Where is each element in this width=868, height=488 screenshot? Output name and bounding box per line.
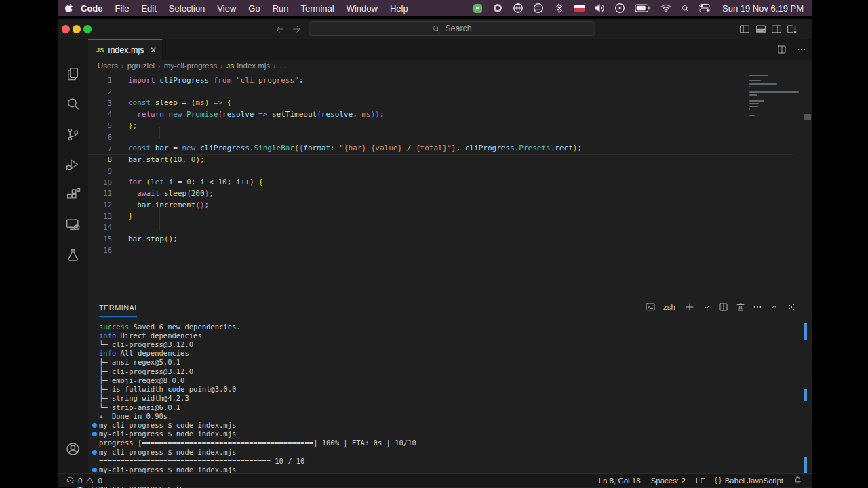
command-decoration-dot[interactable] xyxy=(92,450,97,455)
command-center-search[interactable]: Search xyxy=(309,21,595,36)
breadcrumb-item[interactable]: my-cli-progress xyxy=(164,62,218,70)
menu-clock[interactable]: Sun 19 Nov 6:19 PM xyxy=(719,3,804,14)
language-mode[interactable]: { } Babel JavaScript xyxy=(715,476,783,485)
menu-item-window[interactable]: Window xyxy=(340,3,384,14)
window-minimize-button[interactable] xyxy=(73,25,81,33)
terminal-trash-icon[interactable] xyxy=(735,302,746,312)
stack-icon[interactable] xyxy=(533,3,544,14)
code-line[interactable]: 12 bar.increment(); xyxy=(88,199,209,211)
errors-count: 0 xyxy=(78,476,82,485)
code-line[interactable]: 16 xyxy=(88,245,128,256)
breadcrumb[interactable]: Users›pgruziel›my-cli-progress›JSindex.m… xyxy=(98,60,776,72)
breadcrumb-item[interactable]: Users xyxy=(98,62,118,70)
tab-index-mjs[interactable]: JS index.mjs ✕ xyxy=(88,39,163,60)
activity-account-icon[interactable] xyxy=(64,441,81,458)
terminal-output[interactable]: success Saved 6 new dependencies.info Di… xyxy=(99,322,416,488)
minimap-line xyxy=(749,92,799,93)
panel-tab-terminal[interactable]: TERMINAL xyxy=(99,304,139,312)
terminal-line: └─ strip-ansi@6.0.1 xyxy=(99,403,416,411)
minimap-line xyxy=(749,106,758,107)
tab-close-icon[interactable]: ✕ xyxy=(150,46,157,54)
control-center-icon[interactable] xyxy=(699,3,710,14)
code-line[interactable]: 1import cliProgress from "cli-progress"; xyxy=(88,75,303,86)
globe-icon[interactable] xyxy=(513,3,524,14)
line-number: 15 xyxy=(88,235,112,243)
activity-search-icon[interactable] xyxy=(64,96,81,113)
code-line[interactable]: 5}; xyxy=(88,120,137,131)
split-editor-icon[interactable] xyxy=(776,44,787,55)
menu-item-help[interactable]: Help xyxy=(384,3,414,14)
terminal-close-icon[interactable] xyxy=(786,302,797,312)
bluetooth-icon[interactable] xyxy=(553,3,564,14)
flag-pl-icon[interactable] xyxy=(574,3,585,14)
menu-item-view[interactable]: View xyxy=(211,3,242,14)
problems-status[interactable]: 0 0 xyxy=(58,476,102,485)
activity-extensions-icon[interactable] xyxy=(64,186,81,203)
command-decoration-dot[interactable] xyxy=(92,423,97,428)
menu-item-terminal[interactable]: Terminal xyxy=(295,3,340,14)
code-line[interactable]: 11 await sleep(200); xyxy=(88,188,214,199)
menu-item-run[interactable]: Run xyxy=(267,3,295,14)
terminal-plus-icon[interactable] xyxy=(684,302,695,312)
menu-item-go[interactable]: Go xyxy=(242,3,266,14)
activity-explorer-icon[interactable] xyxy=(64,66,81,83)
toggle-primary-sidebar-icon[interactable] xyxy=(738,23,751,35)
toggle-panel-icon[interactable] xyxy=(755,23,767,35)
menu-item-edit[interactable]: Edit xyxy=(135,3,162,14)
code-line[interactable]: 10for (let i = 0; i < 10; i++) { xyxy=(88,176,263,188)
menu-item-selection[interactable]: Selection xyxy=(163,3,211,14)
code-line[interactable]: 3const sleep = (ms) => { xyxy=(88,97,231,108)
line-number: 11 xyxy=(88,189,112,197)
navigate-forward-icon[interactable] xyxy=(291,24,302,35)
navigate-back-icon[interactable] xyxy=(275,24,285,35)
customize-layout-icon[interactable] xyxy=(786,23,798,35)
menu-app-name[interactable]: Code xyxy=(75,3,109,14)
code-line[interactable]: 13} xyxy=(88,210,133,222)
password-icon[interactable] xyxy=(472,3,483,14)
terminal-split-icon[interactable] xyxy=(718,302,729,312)
window-zoom-button[interactable] xyxy=(83,25,92,33)
code-text: } xyxy=(128,211,133,220)
command-decoration-dot[interactable] xyxy=(92,468,97,472)
terminal-chevron-up-icon[interactable] xyxy=(769,302,780,312)
code-editor[interactable]: 1import cliProgress from "cli-progress";… xyxy=(88,72,812,296)
search-icon[interactable] xyxy=(681,4,690,13)
code-line[interactable]: 2 xyxy=(88,86,128,98)
code-text: }; xyxy=(128,121,137,130)
menu-item-file[interactable]: File xyxy=(109,3,136,14)
code-line[interactable]: 15bar.stop(); xyxy=(88,233,178,245)
code-line[interactable]: 14 xyxy=(88,222,128,233)
indentation[interactable]: Spaces: 2 xyxy=(651,476,686,485)
toggle-secondary-sidebar-icon[interactable] xyxy=(770,23,783,35)
code-line[interactable]: 7const bar = new cliProgress.SingleBar({… xyxy=(88,142,582,154)
command-decoration-dot[interactable] xyxy=(92,432,97,436)
notifications-bell-icon[interactable] xyxy=(793,476,802,485)
volume-icon[interactable] xyxy=(594,3,605,14)
breadcrumb-item[interactable]: JSindex.mjs xyxy=(226,62,270,70)
record-icon[interactable] xyxy=(614,3,625,14)
window-close-button[interactable] xyxy=(62,25,70,33)
breadcrumb-item[interactable]: pgruziel xyxy=(127,62,155,70)
meet-icon[interactable] xyxy=(492,3,503,14)
terminal-ellipsis-icon[interactable] xyxy=(752,302,763,312)
code-line[interactable]: 8bar.start(10, 0); xyxy=(88,154,205,165)
code-line[interactable]: 6 xyxy=(88,131,128,143)
code-line[interactable]: 9 xyxy=(88,165,128,177)
battery-icon[interactable] xyxy=(635,3,651,14)
terminal-terminal-prompt-icon[interactable] xyxy=(645,302,656,312)
wifi-icon[interactable] xyxy=(660,3,671,14)
line-number: 6 xyxy=(88,133,112,141)
code-line[interactable]: 4 return new Promise(resolve => setTimeo… xyxy=(88,108,384,120)
apple-icon[interactable] xyxy=(64,3,75,14)
cursor-position[interactable]: Ln 8, Col 18 xyxy=(599,476,641,485)
breadcrumb-item[interactable]: … xyxy=(279,62,288,70)
activity-remote-explorer-icon[interactable] xyxy=(64,216,81,233)
eol-sequence[interactable]: LF xyxy=(696,476,705,485)
panel-active-tab-underline xyxy=(99,316,137,317)
terminal-chevron-down-icon[interactable] xyxy=(701,302,712,312)
activity-source-control-icon[interactable] xyxy=(64,126,81,143)
activity-testing-icon[interactable] xyxy=(64,247,81,264)
activity-run-debug-icon[interactable] xyxy=(64,156,81,173)
menu-items: FileEditSelectionViewGoRunTerminalWindow… xyxy=(109,3,414,14)
editor-more-actions-icon[interactable] xyxy=(796,44,807,55)
